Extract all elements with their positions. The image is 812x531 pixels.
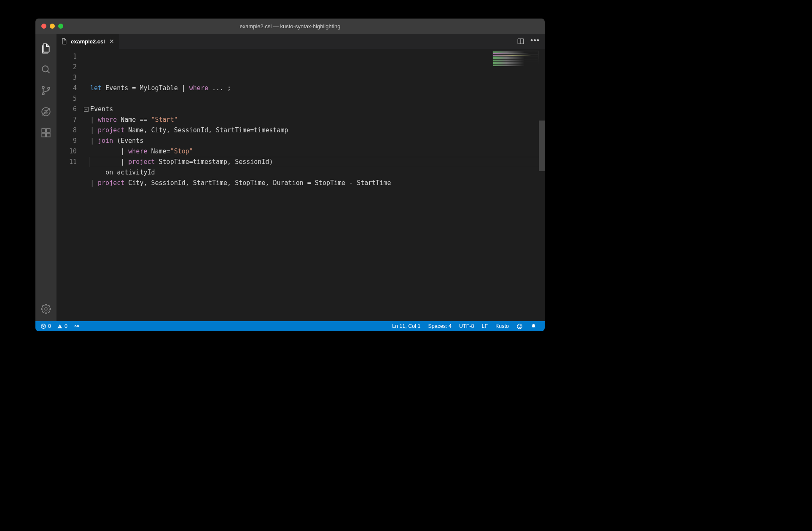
search-icon <box>40 64 51 75</box>
code-line[interactable]: | project Name, City, SessionId, StartTi… <box>90 125 545 136</box>
svg-point-0 <box>42 66 48 72</box>
window-close-button[interactable] <box>41 24 46 29</box>
bug-off-icon <box>40 106 51 117</box>
status-bar: 0 0 Ln 11, Col 1 Spaces: 4 UTF-8 LF Kust… <box>35 321 545 331</box>
cursor-position[interactable]: Ln 11, Col 1 <box>388 323 424 329</box>
fold-slot <box>83 83 89 94</box>
token: (Events <box>113 137 143 145</box>
token: let <box>90 84 102 92</box>
line-number: 8 <box>56 125 77 136</box>
encoding-label: UTF-8 <box>459 323 474 329</box>
extensions-icon <box>40 127 51 138</box>
svg-point-17 <box>75 325 76 327</box>
line-number: 5 <box>56 94 77 104</box>
minimap[interactable] <box>492 51 539 67</box>
line-number: 4 <box>56 83 77 94</box>
code-line[interactable]: | where Name="Stop" <box>90 146 545 157</box>
indentation-label: Spaces: 4 <box>428 323 452 329</box>
tab-label: example2.csl <box>71 38 105 45</box>
git-branch-icon <box>40 85 51 96</box>
fold-slot <box>83 125 89 136</box>
fold-slot <box>83 62 89 72</box>
notifications-button[interactable] <box>527 323 540 330</box>
fold-slot: − <box>83 104 89 115</box>
cursor-position-label: Ln 11, Col 1 <box>392 323 420 329</box>
source-control-tab[interactable] <box>35 80 56 101</box>
svg-rect-9 <box>42 133 46 137</box>
token: = MyLogTable <box>132 84 181 92</box>
eol[interactable]: LF <box>478 323 492 329</box>
token: StopTime=timestamp, SessionId) <box>155 158 273 166</box>
titlebar: example2.csl — kusto-syntax-highlighting <box>35 19 545 34</box>
token: | <box>182 84 189 92</box>
token: Name, City, SessionId, StartTime=timesta… <box>124 126 288 134</box>
line-number-gutter: 1234567891011 <box>56 49 83 321</box>
code-line[interactable] <box>90 94 545 104</box>
tab-example2[interactable]: example2.csl ✕ <box>56 34 120 49</box>
eol-label: LF <box>481 323 488 329</box>
error-count: 0 <box>48 323 51 329</box>
split-horizontal-icon <box>517 38 524 45</box>
editor-group: example2.csl ✕ ••• 1234567891011 − let E… <box>56 34 545 321</box>
problems-errors[interactable]: 0 <box>39 323 53 329</box>
token: Events <box>102 84 132 92</box>
feedback-button[interactable] <box>513 323 527 330</box>
token: Name <box>117 116 140 123</box>
indentation[interactable]: Spaces: 4 <box>424 323 455 329</box>
token: == <box>140 116 151 123</box>
token: | <box>90 116 98 123</box>
code-line[interactable]: on activityId <box>90 167 545 178</box>
code-line[interactable]: | where Name == "Start" <box>90 115 545 125</box>
code-line[interactable]: | project StopTime=timestamp, SessionId) <box>90 157 545 167</box>
token: Name= <box>147 148 170 155</box>
svg-rect-10 <box>46 133 50 137</box>
svg-point-3 <box>42 93 44 95</box>
window-minimize-button[interactable] <box>50 24 55 29</box>
explorer-tab[interactable] <box>35 38 56 59</box>
extensions-tab[interactable] <box>35 122 56 143</box>
code-line[interactable] <box>90 188 545 199</box>
code-content[interactable]: let Events = MyLogTable | where ... ;Eve… <box>89 49 545 321</box>
fold-slot <box>83 136 89 146</box>
line-number: 6 <box>56 104 77 115</box>
token: | <box>90 126 98 134</box>
vertical-scrollbar[interactable] <box>539 49 545 321</box>
live-share-icon <box>73 323 80 329</box>
debug-tab[interactable] <box>35 101 56 122</box>
token: City, SessionId, StartTime, StopTime, Du… <box>124 179 391 187</box>
line-number: 7 <box>56 115 77 125</box>
line-number: 1 <box>56 51 77 62</box>
search-tab[interactable] <box>35 59 56 80</box>
token: join <box>98 137 113 145</box>
svg-point-18 <box>77 325 79 327</box>
encoding[interactable]: UTF-8 <box>455 323 478 329</box>
fold-slot <box>83 146 89 157</box>
code-line[interactable]: | project City, SessionId, StartTime, St… <box>90 178 545 188</box>
error-icon <box>40 323 46 329</box>
window-maximize-button[interactable] <box>58 24 63 29</box>
code-line[interactable]: | join (Events <box>90 136 545 146</box>
language-label: Kusto <box>495 323 509 329</box>
token: | <box>90 137 98 145</box>
window-title: example2.csl — kusto-syntax-highlighting <box>35 23 545 30</box>
svg-point-19 <box>517 324 522 328</box>
split-editor-button[interactable] <box>517 38 524 45</box>
token: project <box>128 158 155 166</box>
fold-slot <box>83 72 89 83</box>
svg-rect-7 <box>42 129 46 132</box>
traffic-lights <box>35 24 63 29</box>
scrollbar-thumb[interactable] <box>539 121 545 171</box>
status-live-share[interactable] <box>72 323 82 329</box>
tab-close-button[interactable]: ✕ <box>108 38 115 45</box>
problems-warnings[interactable]: 0 <box>55 323 69 329</box>
token: "Start" <box>151 116 178 123</box>
token: | <box>90 179 98 187</box>
code-line[interactable]: Events <box>90 104 545 115</box>
svg-point-11 <box>45 308 47 310</box>
settings-button[interactable] <box>35 298 56 319</box>
code-line[interactable]: let Events = MyLogTable | where ... ; <box>90 83 545 94</box>
code-editor[interactable]: 1234567891011 − let Events = MyLogTable … <box>56 49 545 321</box>
token: ... ; <box>208 84 231 92</box>
fold-toggle[interactable]: − <box>84 107 89 112</box>
language-mode[interactable]: Kusto <box>492 323 513 329</box>
